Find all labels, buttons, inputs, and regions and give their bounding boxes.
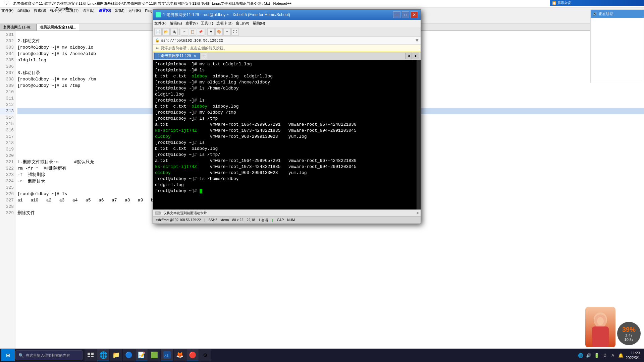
taskbar-app-xshell[interactable]: X$ [161, 349, 173, 361]
xshell-tab-next[interactable]: ▶ [413, 53, 419, 59]
term-line-5: [root@oldboy ~]# ls /home/oldboy [155, 85, 415, 92]
xshell-tb-keyboard[interactable]: ⌨ [223, 28, 231, 36]
tray-lang-icon[interactable]: 英 [601, 352, 608, 359]
term-line-12: ks-script-ijt74Z vmware-root_1073-424822… [155, 128, 415, 134]
xshell-tb-font[interactable]: A [207, 28, 215, 36]
term-line-1: [root@oldboy ~]# mv a.txt oldgirl.log [155, 61, 415, 67]
xshell-maximize-btn[interactable]: □ [402, 11, 409, 18]
xshell-bottom-expand[interactable]: ≡ [417, 211, 419, 215]
taskbar-app-explorer[interactable]: 📁 [110, 349, 122, 361]
term-line-4: [root@oldboy ~]# mv oldgirl.log /home/ol… [155, 79, 415, 85]
menu-edit[interactable]: 编辑(E) [17, 8, 30, 13]
term-line-6: oldgirl.log [155, 92, 415, 98]
menu-language[interactable]: 语言(L) [83, 8, 94, 13]
term-line-19: oldboy vmware-root_960-2999133023 yum.lo… [155, 170, 415, 176]
xshell-menu-edit[interactable]: 编辑(E) [170, 21, 182, 26]
np-titlebar: 「元」老男孩教育安全11-教学\老男孩网络安全11期-Linux和网络基础部分\… [0, 0, 644, 7]
watermark-speed2: 10.8↓ [625, 338, 634, 342]
xshell-bottom-text: 仅将文本发送到前面活动卡片 [163, 211, 207, 216]
session-tab-close[interactable]: ✕ [194, 54, 196, 58]
term-line-17: a.txt vmware-root_1064-2999657291 vmware… [155, 158, 415, 164]
xshell-addrbar: 🔒 ssh://root@192.168.56.129:22 ▼ [153, 37, 421, 45]
menu-macro[interactable]: 宏(M) [115, 8, 124, 13]
taskbar-time: 11:23 [626, 351, 640, 355]
taskbar-app-taskview[interactable] [85, 349, 97, 361]
xshell-tb-conn[interactable]: 🔌 [170, 28, 178, 36]
np-tab-1[interactable]: 老男孩网安11-教... [0, 24, 37, 31]
xshell-status-ssh: SSH2 [208, 218, 217, 222]
xshell-tb-cut[interactable]: ✂ [181, 28, 188, 36]
xshell-new-session-btn[interactable]: + [201, 53, 207, 59]
xshell-winbtns: ─ □ ✕ [393, 11, 418, 18]
np-tab-2[interactable]: 老男孩网络安全11期... [37, 24, 79, 31]
menu-run[interactable]: 运行(R) [128, 8, 141, 13]
term-line-10: [root@oldboy ~]# ls /tmp [155, 116, 415, 122]
xshell-menu-tab[interactable]: 选项卡(B) [216, 21, 232, 26]
terminal-cursor [200, 189, 202, 193]
watermark-percent: 39% [622, 326, 636, 334]
tray-volume-icon[interactable]: 🔊 [585, 352, 592, 359]
xshell-tb-new[interactable]: 📄 [154, 28, 162, 36]
xshell-menu-help[interactable]: 帮助(H) [253, 21, 265, 26]
xshell-session-tab-1[interactable]: 1 老男孩网安11-129 ✕ [154, 53, 200, 59]
term-line-11: a.txt vmware-root_1064-2999657291 vmware… [155, 122, 415, 128]
xshell-window: 1 老男孩网安11-129 - root@oldboy:~ - Xshell 5… [153, 9, 421, 224]
watermark-speed1: 2.4↑ [626, 334, 633, 338]
taskbar-app-app4[interactable]: 🦊 [174, 349, 186, 361]
xshell-tab-prev[interactable]: ◀ [405, 53, 412, 59]
xshell-menu-file[interactable]: 文件(F) [154, 21, 166, 26]
xshell-menubar[interactable]: 文件(F) 编辑(E) 查看(V) 工具(T) 选项卡(B) 窗口(W) 帮助(… [153, 20, 421, 27]
right-panel-header: 🔊 正在讲话: [591, 10, 644, 18]
menu-search[interactable]: 搜索(S) [34, 8, 46, 13]
term-line-9: [root@oldboy ~]# mv oldboy /tmp [155, 110, 415, 116]
tray-network-icon[interactable]: 🌐 [577, 352, 584, 359]
svg-point-3 [597, 317, 604, 325]
term-line-14: [root@oldboy ~]# ls [155, 140, 415, 146]
xshell-terminal[interactable]: [root@oldboy ~]# mv a.txt oldgirl.log [r… [153, 60, 417, 209]
xshell-tb-fullscreen[interactable]: ⛶ [231, 28, 239, 36]
xshell-address: ssh://root@192.168.56.129:22 [161, 39, 223, 43]
xshell-tb-copy[interactable]: 📋 [189, 28, 196, 36]
right-panel-title: 正在讲话: [599, 11, 614, 16]
xshell-tb-paste[interactable]: 📌 [197, 28, 204, 36]
np-tab-1-label: 老男孩网安11-教... [3, 25, 34, 30]
xshell-menu-tools[interactable]: 工具(T) [201, 21, 213, 26]
taskbar-app-edge[interactable]: 🌐 [97, 349, 109, 361]
speaker-icon: 🔊 [593, 12, 597, 16]
menu-file[interactable]: 文件(F) [1, 8, 13, 13]
term-line-20: [root@oldboy ~]# ls /home/oldboy [155, 176, 415, 182]
xshell-tb-color[interactable]: 🎨 [215, 28, 223, 36]
xshell-bottom-icon: ⌨ [155, 211, 161, 216]
menu-settings[interactable]: 设置(G) [99, 8, 111, 13]
right-panel: 🔊 正在讲话: [590, 9, 644, 83]
xshell-infobar: ⬅ 要添加当前会话，点击左侧的箭头按钮。 [153, 45, 421, 52]
xshell-status-size: 80 x 22 [232, 218, 243, 222]
svg-text:X$: X$ [164, 353, 169, 358]
xshell-status-cap: CAP [277, 218, 284, 222]
xshell-statusbar: ssh://root@192.168.56.129:22 | SSH2 xter… [153, 216, 421, 224]
taskbar-app-app5[interactable]: 🔴 [186, 349, 199, 361]
xshell-addr-expand[interactable]: ▼ [415, 38, 419, 44]
xshell-toolbar: 📄 📂 🔌 ✂ 📋 📌 A 🎨 ⌨ ⛶ [153, 27, 421, 37]
taskbar-search[interactable]: 🔍 在这里输入你要搜索的内容 [15, 350, 83, 360]
xshell-minimize-btn[interactable]: ─ [393, 11, 400, 18]
search-icon: 🔍 [18, 353, 24, 358]
term-line-8: b.txt c.txt oldboy oldboy.log [155, 104, 415, 110]
xshell-scrollbar[interactable] [417, 60, 421, 209]
xshell-menu-view[interactable]: 查看(V) [185, 21, 198, 26]
xshell-menu-window[interactable]: 窗口(W) [236, 21, 249, 26]
encoding-label: Encoding [56, 7, 72, 11]
xshell-close-btn[interactable]: ✕ [411, 11, 418, 18]
xshell-tb-open[interactable]: 📂 [162, 28, 170, 36]
taskbar-start-button[interactable]: ⊞ [1, 349, 15, 361]
taskbar-app-app3[interactable]: 🟩 [148, 349, 160, 361]
tray-ime-icon[interactable]: A [609, 352, 616, 359]
tray-battery-icon[interactable]: 🔋 [593, 352, 600, 359]
xshell-status-sessions: 1 会话 [258, 218, 268, 223]
taskbar-app-app6[interactable]: ⚙ [199, 349, 211, 361]
taskbar-app-app1[interactable]: 🔵 [123, 349, 135, 361]
tray-notification-icon[interactable]: 🔔 [618, 352, 624, 359]
taskbar-clock[interactable]: 11:23 2022/3/1 [626, 351, 640, 360]
taskbar-tray: 🌐 🔊 🔋 英 A 🔔 11:23 2022/3/1 [577, 351, 643, 360]
taskbar-app-app2[interactable]: 📝 [136, 349, 148, 361]
